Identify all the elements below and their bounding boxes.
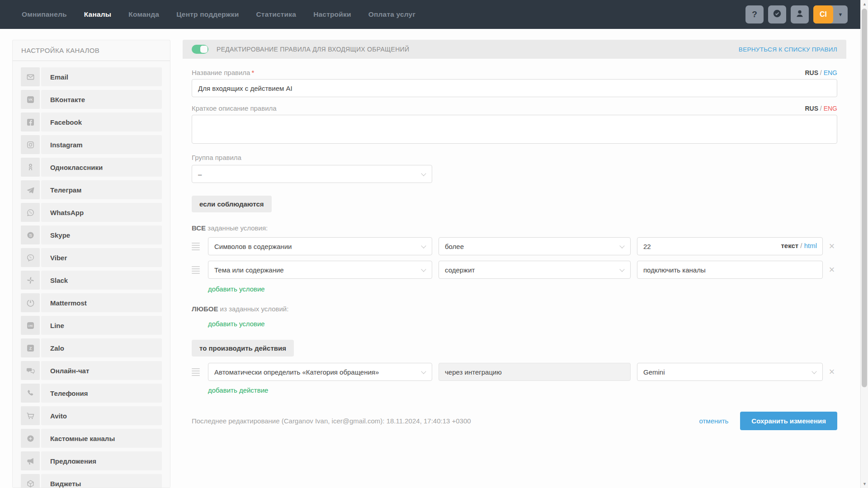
rule-enabled-toggle[interactable] [192, 45, 208, 54]
cancel-button[interactable]: отменить [699, 417, 728, 425]
nav-item-3[interactable]: Центр поддержки [176, 10, 239, 19]
slack-icon [21, 271, 40, 290]
lang-eng[interactable]: ENG [824, 105, 837, 112]
sidebar-item-6[interactable]: WhatsApp [21, 203, 162, 222]
chevron-down-icon [619, 267, 624, 272]
email-icon [21, 67, 40, 86]
format-text[interactable]: текст [781, 242, 798, 249]
chevron-down-icon [421, 243, 426, 248]
sidebar-item-9[interactable]: Slack [21, 271, 162, 290]
action-type-select[interactable]: Автоматически определить «Категория обра… [208, 363, 432, 381]
status-badge-button[interactable] [768, 5, 786, 23]
format-html[interactable]: html [804, 242, 817, 249]
rule-name-input[interactable] [192, 79, 837, 97]
chevron-down-icon [619, 243, 624, 248]
drag-handle-icon[interactable] [192, 243, 203, 250]
add-action-link[interactable]: добавить действие [208, 386, 268, 394]
rule-editor-panel: РЕДАКТИРОВАНИЕ ПРАВИЛА ДЛЯ ВХОДЯЩИХ ОБРА… [183, 40, 846, 444]
sidebar-item-label: Facebook [41, 113, 162, 131]
sidebar-item-15[interactable]: Avito [21, 406, 162, 425]
rule-name-label: Название правила* [192, 69, 254, 76]
nav-item-6[interactable]: Оплата услуг [368, 10, 415, 19]
action-row: Автоматически определить «Категория обра… [192, 363, 837, 381]
sidebar-item-17[interactable]: Предложения [21, 451, 162, 470]
sidebar-item-14[interactable]: Телефония [21, 384, 162, 403]
megaphone-icon [21, 451, 40, 470]
page-title: РЕДАКТИРОВАНИЕ ПРАВИЛА ДЛЯ ВХОДЯЩИХ ОБРА… [217, 46, 409, 53]
lang-eng[interactable]: ENG [824, 69, 837, 76]
sidebar-item-5[interactable]: Телеграм [21, 180, 162, 199]
sidebar-item-11[interactable]: LINELine [21, 316, 162, 335]
save-button[interactable]: Сохранить изменения [740, 412, 837, 430]
condition-field-select[interactable]: Тема или содержание [208, 261, 432, 279]
sidebar-item-3[interactable]: Instagram [21, 135, 162, 154]
lang-rus[interactable]: RUS [805, 69, 818, 76]
add-any-condition-link[interactable]: добавить условие [208, 320, 265, 328]
remove-condition-icon[interactable]: × [826, 241, 837, 252]
badge-check-icon [772, 9, 782, 21]
sidebar-item-label: Zalo [41, 338, 162, 357]
rule-group-label: Группа правила [192, 154, 837, 161]
question-icon: ? [752, 9, 757, 19]
remove-condition-icon[interactable]: × [826, 264, 837, 275]
cart-icon [21, 406, 40, 425]
sidebar-item-8[interactable]: Viber [21, 248, 162, 267]
sidebar-item-label: Предложения [41, 451, 162, 470]
required-mark: * [251, 69, 254, 76]
vk-icon: VK [21, 90, 40, 109]
drag-handle-icon[interactable] [192, 368, 203, 376]
condition-operator-select[interactable]: содержит [439, 261, 631, 279]
all-conditions-title: ВСЕ заданные условия: [192, 224, 837, 232]
rule-description-label: Краткое описание правила [192, 104, 277, 112]
condition-value-input[interactable] [637, 261, 823, 279]
sidebar-item-13[interactable]: Онлайн-чат [21, 361, 162, 380]
sidebar-item-12[interactable]: ZZalo [21, 338, 162, 357]
sidebar-item-18[interactable]: Виджеты [21, 474, 162, 488]
action-integration-select[interactable]: Gemini [637, 363, 823, 381]
sidebar-item-1[interactable]: VKВКонтакте [21, 90, 162, 109]
sidebar-item-4[interactable]: Одноклассники [21, 158, 162, 177]
avatar: CI [813, 5, 833, 23]
nav-item-2[interactable]: Команда [128, 10, 159, 19]
chevron-down-icon [811, 369, 816, 374]
channels-sidebar: НАСТРОЙКА КАНАЛОВ EmailVKВКонтактеFacebo… [12, 40, 170, 488]
add-condition-link[interactable]: добавить условие [208, 285, 265, 293]
cube-icon [21, 474, 40, 488]
nav-item-0[interactable]: Омнипанель [22, 10, 67, 19]
nav-item-4[interactable]: Статистика [256, 10, 296, 19]
rule-description-input[interactable] [192, 115, 837, 144]
drag-handle-icon[interactable] [192, 266, 203, 274]
page-scrollbar[interactable]: ▲ ▼ [860, 0, 868, 488]
scroll-up-icon[interactable]: ▲ [861, 0, 868, 8]
account-menu[interactable]: CI ▼ [813, 5, 848, 23]
sidebar-item-2[interactable]: Facebook [21, 113, 162, 131]
rule-group-select[interactable]: – [192, 165, 432, 183]
sidebar-item-7[interactable]: SSkype [21, 225, 162, 244]
sidebar-item-0[interactable]: Email [21, 67, 162, 86]
sidebar-title: НАСТРОЙКА КАНАЛОВ [13, 40, 170, 61]
mattermost-icon [21, 293, 40, 312]
sidebar-item-label: Кастомные каналы [41, 429, 162, 448]
scrollbar-thumb[interactable] [862, 9, 867, 387]
condition-operator-select[interactable]: более [439, 237, 631, 255]
profile-button[interactable] [791, 5, 809, 23]
help-button[interactable]: ? [745, 5, 764, 23]
sidebar-item-10[interactable]: Mattermost [21, 293, 162, 312]
remove-action-icon[interactable]: × [826, 366, 837, 377]
nav-item-1[interactable]: Каналы [84, 10, 112, 19]
scroll-down-icon[interactable]: ▼ [861, 480, 868, 488]
sidebar-item-16[interactable]: Кастомные каналы [21, 429, 162, 448]
sidebar-item-label: Телеграм [41, 180, 162, 199]
zalo-icon: Z [21, 338, 40, 357]
back-to-rules-link[interactable]: ВЕРНУТЬСЯ К СПИСКУ ПРАВИЛ [739, 46, 837, 53]
lang-rus[interactable]: RUS [805, 105, 818, 112]
whatsapp-icon [21, 203, 40, 222]
sidebar-item-label: Viber [41, 248, 162, 267]
skype-icon: S [21, 225, 40, 244]
sidebar-item-label: Avito [41, 406, 162, 425]
nav-item-5[interactable]: Настройки [313, 10, 351, 19]
chevron-down-icon [421, 267, 426, 272]
condition-field-select[interactable]: Символов в содержании [208, 237, 432, 255]
chevron-down-icon [421, 171, 426, 176]
sidebar-item-label: Instagram [41, 135, 162, 154]
